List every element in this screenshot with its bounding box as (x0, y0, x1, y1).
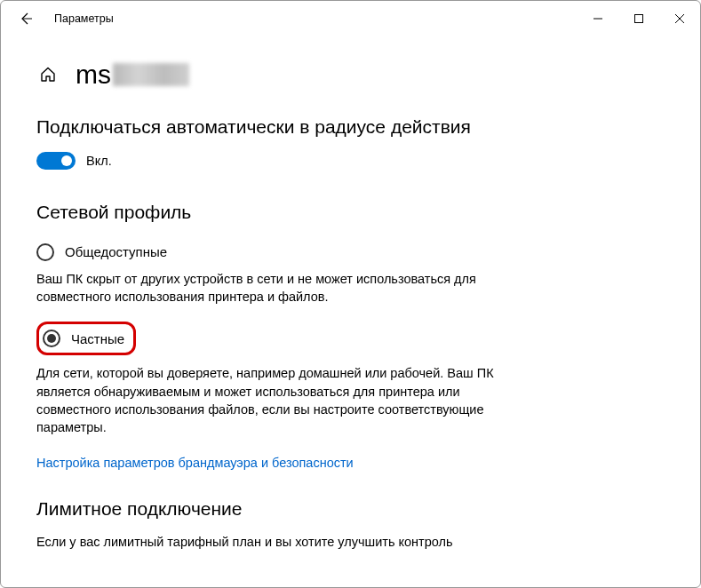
back-button[interactable] (13, 6, 38, 31)
window-controls (578, 5, 700, 32)
page-title: ms (76, 60, 189, 90)
minimize-button[interactable] (578, 5, 618, 32)
autoconnect-toggle-row: Вкл. (36, 152, 665, 170)
page-header: ms (36, 60, 665, 90)
page-title-prefix: ms (76, 60, 111, 90)
svg-rect-1 (635, 15, 643, 23)
autoconnect-heading: Подключаться автоматически в радиусе дей… (36, 115, 516, 139)
autoconnect-toggle-label: Вкл. (86, 154, 112, 168)
radio-private-row[interactable]: Частные (43, 326, 124, 351)
radio-public-row[interactable]: Общедоступные (36, 238, 665, 266)
radio-private-desc: Для сети, которой вы доверяете, например… (36, 364, 534, 436)
highlight-annotation: Частные (36, 322, 136, 355)
network-profile-heading: Сетевой профиль (36, 200, 665, 225)
metered-desc: Если у вас лимитный тарифный план и вы х… (36, 535, 534, 549)
autoconnect-toggle[interactable] (36, 152, 76, 170)
window-title: Параметры (54, 12, 114, 25)
radio-public-desc: Ваш ПК скрыт от других устройств в сети … (36, 270, 534, 306)
content-area: ms Подключаться автоматически в радиусе … (1, 60, 700, 549)
metered-heading: Лимитное подключение (36, 497, 665, 521)
home-icon[interactable] (36, 63, 60, 86)
maximize-button[interactable] (618, 5, 659, 32)
radio-public-label: Общедоступные (65, 244, 167, 259)
network-profile-radio-group: Общедоступные Ваш ПК скрыт от других уст… (36, 238, 665, 497)
radio-public[interactable] (36, 243, 54, 261)
page-title-obscured (113, 63, 189, 86)
close-button[interactable] (659, 5, 700, 32)
radio-private[interactable] (43, 330, 60, 347)
radio-private-label: Частные (71, 331, 124, 346)
titlebar: Параметры (1, 1, 700, 36)
firewall-settings-link[interactable]: Настройка параметров брандмауэра и безоп… (36, 456, 354, 470)
